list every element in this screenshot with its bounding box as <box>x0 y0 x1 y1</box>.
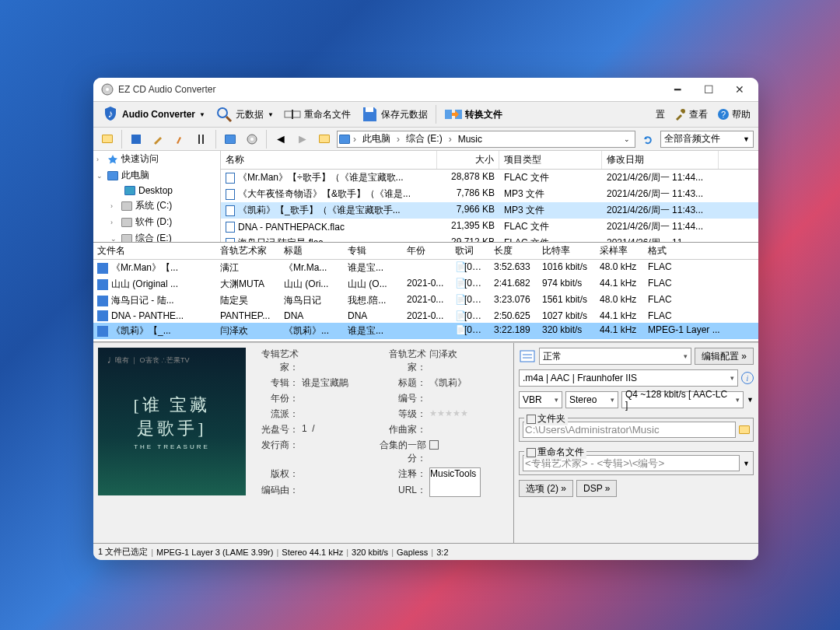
audio-converter-button[interactable]: ♪ Audio Converter ▼ <box>98 103 208 125</box>
svg-rect-21 <box>97 326 108 337</box>
lyric-icon: 📄 <box>455 310 464 320</box>
breadcrumb-drive[interactable]: 综合 (E:) <box>403 132 446 145</box>
wrench-icon <box>674 108 687 121</box>
chevron-down-icon[interactable]: ▼ <box>743 460 750 467</box>
nav-up-icon[interactable] <box>315 130 334 149</box>
svg-rect-17 <box>97 263 108 274</box>
chevron-down-icon: ▼ <box>268 111 274 118</box>
metadata-pane: ♩ 唯有 ｜ O害丧 ∴芒果TV [谁 宝藏 是歌手] THE TREASURE… <box>93 343 513 543</box>
main-toolbar: ♪ Audio Converter ▼ 元数据 ▼ 重命名文件 保存元数据 转换… <box>93 101 758 128</box>
preset-icon <box>519 348 536 365</box>
file-list: 名称 大小 项目类型 修改日期 《Mr.Man》【÷歌手】（《谁是宝藏歌...2… <box>221 151 758 242</box>
file-filter-dropdown[interactable]: 全部音频文件 ▼ <box>660 131 754 148</box>
info-icon[interactable]: i <box>741 372 754 384</box>
folder-open-icon[interactable] <box>98 130 117 149</box>
stop-icon[interactable] <box>127 130 145 149</box>
tree-quick-access[interactable]: ›快速访问 <box>93 151 220 167</box>
drive-icon <box>121 218 132 227</box>
queue-row[interactable]: 《凯莉》【_...闫泽欢《凯莉》...谁是宝...📄[00:00.0...3:2… <box>93 323 758 339</box>
compilation-checkbox[interactable] <box>429 439 504 465</box>
nav-fwd-icon[interactable]: ► <box>293 130 312 149</box>
tree-drive-e[interactable]: ⌄综合 (E:) <box>93 230 220 242</box>
col-date-header[interactable]: 修改日期 <box>602 151 719 169</box>
chevron-down-icon[interactable]: ⌄ <box>621 135 633 143</box>
search-icon <box>215 105 233 124</box>
svg-point-1 <box>106 88 109 91</box>
svg-point-3 <box>218 108 227 117</box>
status-codec: MPEG-1 Layer 3 (LAME 3.99r) <box>156 548 273 557</box>
status-length: 3:2 <box>436 548 448 557</box>
tree-this-pc[interactable]: ⌄此电脑 <box>93 167 220 184</box>
rename-button[interactable]: 重命名文件 <box>280 103 354 125</box>
comment-field[interactable]: MusicTools <box>429 467 481 497</box>
save-metadata-button[interactable]: 保存元数据 <box>357 103 431 125</box>
tree-drive-d[interactable]: ›软件 (D:) <box>93 214 220 230</box>
col-name-header[interactable]: 名称 <box>221 151 437 169</box>
close-button[interactable]: ✕ <box>724 79 755 100</box>
view-button[interactable]: 查看 <box>671 107 711 123</box>
preset-dropdown[interactable]: 正常 <box>539 348 691 365</box>
svg-rect-12 <box>131 135 141 144</box>
app-window: EZ CD Audio Converter ━ ☐ ✕ ♪ Audio Conv… <box>93 78 758 560</box>
folder-tree: ›快速访问 ⌄此电脑 Desktop ›系统 (C:) ›软件 (D:) ⌄综合… <box>93 151 221 242</box>
queue-row[interactable]: 海鸟日记 - 陆...陆定昊海鸟日记我想.陪...2021-0...📄[00:0… <box>93 292 758 309</box>
maximize-button[interactable]: ☐ <box>693 79 724 100</box>
file-browser: ›快速访问 ⌄此电脑 Desktop ›系统 (C:) ›软件 (D:) ⌄综合… <box>93 151 758 243</box>
nav-toolbar: ◄ ► › 此电脑 › 综合 (E:) › Music ⌄ 全部音频文件 ▼ <box>93 128 758 151</box>
file-row[interactable]: 海鸟日记 陆定昊 flac29,712 KBFLAC 文件2021/4/26/周… <box>221 235 758 242</box>
file-row[interactable]: 《大年夜怪奇物语》【&歌手】（《谁是...7,786 KBMP3 文件2021/… <box>221 186 758 202</box>
output-config-pane: 正常 编辑配置 » .m4a | AAC | Fraunhofer IIS i … <box>513 343 758 543</box>
col-size-header[interactable]: 大小 <box>437 151 499 169</box>
folder-enable-checkbox[interactable] <box>527 415 536 424</box>
refresh-icon[interactable] <box>639 130 657 149</box>
edit-config-button[interactable]: 编辑配置 » <box>695 348 754 365</box>
metadata-button[interactable]: 元数据 ▼ <box>212 103 277 125</box>
svg-line-4 <box>226 117 231 121</box>
minimize-button[interactable]: ━ <box>662 79 693 100</box>
breadcrumb[interactable]: › 此电脑 › 综合 (E:) › Music ⌄ <box>337 131 635 148</box>
convert-button[interactable]: 转换文件 <box>441 103 506 125</box>
rating-stars[interactable]: ★★★★★ <box>429 408 504 421</box>
help-button[interactable]: ? 帮助 <box>714 107 754 123</box>
brush-icon[interactable] <box>170 130 189 149</box>
queue-row[interactable]: 山山 (Original ...大渊MUTA山山 (Ori...山山 (O...… <box>93 276 758 292</box>
help-icon: ? <box>717 108 730 121</box>
app-icon <box>101 83 114 96</box>
quality-dropdown[interactable]: Q4 ~128 kbit/s [ AAC-LC ] <box>621 391 744 408</box>
separator <box>436 105 436 124</box>
rename-enable-checkbox[interactable] <box>527 448 536 457</box>
edit-icon[interactable] <box>149 130 167 149</box>
queue-row[interactable]: 《Mr.Man》【...满江《Mr.Ma...谁是宝...📄[00:00.0..… <box>93 260 758 276</box>
codec-dropdown[interactable]: .m4a | AAC | Fraunhofer IIS <box>519 369 738 387</box>
audio-file-icon <box>226 238 235 243</box>
options-button[interactable]: 选项 (2) » <box>519 480 573 497</box>
file-row[interactable]: DNA - PANTHEPACK.flac21,395 KBFLAC 文件202… <box>221 219 758 235</box>
browse-folder-icon[interactable] <box>739 425 750 434</box>
metadata-fields: 专辑艺术家： 音轨艺术家：闫泽欢 专辑：谁是宝藏鶓 标题：《凯莉》 年份： 编号… <box>252 348 509 538</box>
tree-drive-c[interactable]: ›系统 (C:) <box>93 198 220 214</box>
pc-icon <box>107 171 118 180</box>
album-art[interactable]: ♩ 唯有 ｜ O害丧 ∴芒果TV [谁 宝藏 是歌手] THE TREASURE <box>98 348 246 495</box>
toggle-icon[interactable] <box>192 130 211 149</box>
dsp-button[interactable]: DSP » <box>576 480 617 497</box>
conversion-queue: 文件名 音轨艺术家 标题 专辑 年份 歌词 长度 比特率 采样率 格式 《Mr.… <box>93 243 758 342</box>
col-type-header[interactable]: 项目类型 <box>499 151 602 169</box>
nav-back-icon[interactable]: ◄ <box>271 130 290 149</box>
breadcrumb-folder[interactable]: Music <box>455 134 485 145</box>
tree-desktop[interactable]: Desktop <box>93 184 220 198</box>
note-icon: ♪ <box>101 105 120 124</box>
file-row[interactable]: 《Mr.Man》【÷歌手】（《谁是宝藏歌...28,878 KBFLAC 文件2… <box>221 170 758 186</box>
bitrate-mode-dropdown[interactable]: VBR <box>519 391 562 408</box>
monitor-icon[interactable] <box>221 130 240 149</box>
status-selected: 1 文件已选定 <box>98 546 148 558</box>
track-icon <box>97 279 108 290</box>
audio-file-icon <box>226 222 235 233</box>
queue-row[interactable]: DNA - PANTHE...PANTHEP...DNADNA2021-0...… <box>93 309 758 323</box>
breadcrumb-pc[interactable]: 此电脑 <box>359 132 394 145</box>
file-row[interactable]: 《凯莉》【_歌手】（《谁是宝藏歌手...7,966 KBMP3 文件2021/4… <box>221 202 758 219</box>
settings-button[interactable]: 置 <box>653 107 668 123</box>
titlebar: EZ CD Audio Converter ━ ☐ ✕ <box>93 78 758 101</box>
pc-icon <box>339 135 350 144</box>
channels-dropdown[interactable]: Stereo <box>565 391 618 408</box>
disc-icon[interactable] <box>243 130 261 149</box>
